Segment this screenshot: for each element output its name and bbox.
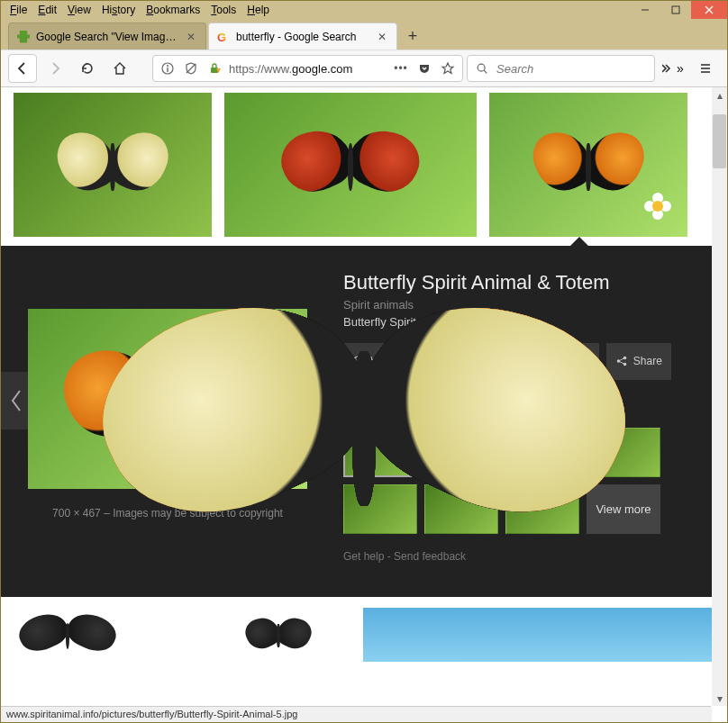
scroll-down-button[interactable]: ▾: [712, 691, 727, 706]
menu-view[interactable]: View: [62, 2, 96, 18]
menu-bookmarks[interactable]: Bookmarks: [141, 2, 205, 18]
vertical-scrollbar[interactable]: ▴ ▾: [712, 87, 727, 706]
image-result[interactable]: [224, 93, 477, 237]
image-result[interactable]: [363, 608, 714, 662]
close-tab-icon[interactable]: ✕: [375, 30, 389, 44]
window-controls: [630, 1, 727, 19]
forward-button[interactable]: [41, 54, 69, 83]
tab-title: Google Search "View Image" B: [36, 31, 178, 43]
puzzle-icon: [16, 30, 31, 44]
url-bar[interactable]: https://www.google.com •••: [152, 55, 463, 82]
tab-inactive[interactable]: Google Search "View Image" B ✕: [8, 23, 206, 50]
hamburger-menu-button[interactable]: [691, 54, 720, 83]
image-results-row: [1, 87, 727, 246]
svg-point-5: [167, 65, 168, 67]
close-tab-icon[interactable]: ✕: [184, 30, 198, 44]
image-result[interactable]: [14, 608, 194, 662]
new-tab-button[interactable]: +: [399, 23, 426, 50]
menu-file[interactable]: File: [5, 2, 32, 18]
scroll-up-button[interactable]: ▴: [712, 87, 727, 103]
image-result[interactable]: [14, 93, 212, 237]
bookmark-star-icon[interactable]: [439, 59, 457, 77]
back-button[interactable]: [8, 54, 37, 83]
search-bar[interactable]: [467, 55, 655, 82]
browser-window: File Edit View History Bookmarks Tools H…: [0, 0, 728, 723]
lock-warning-icon[interactable]: [205, 59, 223, 77]
google-icon: [216, 30, 231, 44]
svg-rect-1: [672, 6, 679, 14]
url-text: https://www.google.com: [229, 62, 387, 76]
pocket-icon[interactable]: [415, 59, 433, 77]
close-button[interactable]: [691, 1, 727, 19]
maximize-button[interactable]: [660, 1, 691, 19]
menu-edit[interactable]: Edit: [32, 2, 62, 18]
overflow-button[interactable]: »: [659, 54, 687, 83]
svg-point-9: [478, 64, 485, 71]
svg-rect-8: [211, 68, 218, 73]
menu-tools[interactable]: Tools: [205, 2, 241, 18]
page-actions-icon[interactable]: •••: [392, 59, 410, 77]
menu-help[interactable]: Help: [241, 2, 275, 18]
tabbar: Google Search "View Image" B ✕ butterfly…: [1, 19, 727, 50]
svg-rect-6: [167, 68, 168, 72]
tab-title: butterfly - Google Search: [236, 31, 369, 43]
menu-history[interactable]: History: [96, 2, 141, 18]
tab-active[interactable]: butterfly - Google Search ✕: [208, 23, 397, 50]
preview-right: Butterfly Spirit Animal & Totem Spirit a…: [343, 264, 709, 579]
home-button[interactable]: [105, 54, 134, 83]
svg-line-10: [484, 70, 487, 73]
image-results-row: [1, 597, 727, 669]
search-input[interactable]: [496, 62, 649, 76]
image-preview-panel: 700 × 467 – Images may be subject to cop…: [1, 246, 727, 597]
image-result[interactable]: [489, 93, 687, 237]
menubar: File Edit View History Bookmarks Tools H…: [1, 1, 727, 19]
status-url: www.spiritanimal.info/pictures/butterfly…: [6, 709, 297, 719]
toolbar: https://www.google.com ••• »: [1, 50, 727, 87]
image-result[interactable]: [206, 608, 350, 662]
info-icon[interactable]: [159, 59, 177, 77]
tracking-icon[interactable]: [182, 59, 200, 77]
related-grid: View more: [343, 428, 709, 534]
content-area: 700 × 467 – Images may be subject to cop…: [1, 87, 727, 722]
scroll-thumb[interactable]: [713, 114, 726, 168]
minimize-button[interactable]: [630, 1, 660, 19]
page-scroll[interactable]: 700 × 467 – Images may be subject to cop…: [1, 87, 727, 722]
prev-image-button[interactable]: [1, 372, 32, 429]
search-icon: [473, 59, 491, 77]
reload-button[interactable]: [73, 54, 102, 83]
statusbar: www.spiritanimal.info/pictures/butterfly…: [1, 706, 711, 722]
related-image[interactable]: [505, 484, 579, 534]
